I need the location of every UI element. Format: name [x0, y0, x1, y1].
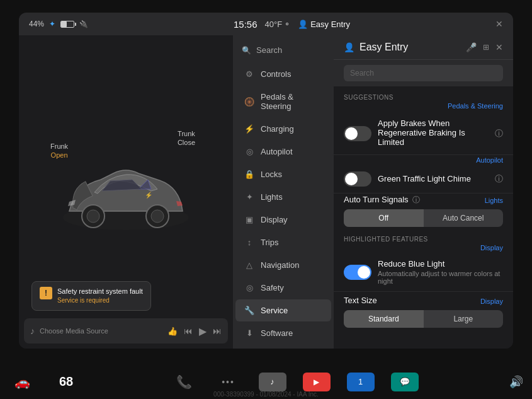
toggle-knob-4 [358, 266, 370, 279]
apply-brakes-label: Apply Brakes When Regenerative Braking I… [378, 119, 489, 147]
apply-brakes-row: Apply Brakes When Regenerative Braking I… [344, 119, 503, 148]
nav-item-trips[interactable]: ↕ Trips [235, 231, 331, 253]
battery-fill [61, 21, 67, 27]
play-icon[interactable]: ▶ [199, 325, 207, 337]
apply-brakes-toggle[interactable] [344, 126, 371, 141]
size-standard-button[interactable]: Standard [344, 310, 424, 328]
nav-item-display[interactable]: ▣ Display [235, 209, 331, 231]
status-left: 44% ✦ 🔌 [29, 20, 88, 28]
app-music-icon: ♪ [259, 373, 286, 391]
autopilot-label: Autopilot [261, 147, 293, 156]
nav-item-locks[interactable]: 🔒 Locks [235, 163, 331, 185]
car-button[interactable]: 🚗 [0, 364, 44, 399]
toggle-knob-1 [345, 127, 358, 140]
display-label: Display [261, 215, 288, 224]
volume-icon: 🔊 [509, 375, 523, 389]
frunk-status: Open [50, 151, 68, 159]
settings-search-area [334, 60, 513, 86]
main-content: Frunk Open Trunk Close [19, 35, 513, 349]
service-icon: 🔧 [244, 306, 254, 315]
close-settings-icon[interactable]: ✕ [495, 42, 503, 52]
search-icon: 🔍 [242, 46, 251, 55]
lights-label: Lights [261, 192, 283, 202]
plug-icon: 🔌 [79, 20, 88, 28]
close-icon[interactable]: ✕ [495, 19, 503, 29]
software-icon: ⬇ [244, 328, 254, 338]
display-link-2[interactable]: Display [480, 298, 503, 305]
reduce-blue-sublabel: Automatically adjust to warmer colors at… [378, 270, 503, 285]
nav-item-navigation[interactable]: △ Navigation [235, 254, 331, 276]
pedals-icon: 🛞 [244, 97, 254, 107]
car-panel: Frunk Open Trunk Close [19, 35, 233, 349]
text-size-group: Standard Large [344, 310, 503, 328]
nav-item-service[interactable]: 🔧 Service [235, 299, 331, 321]
autopilot-link[interactable]: Autopilot [476, 156, 503, 164]
pedals-steering-link[interactable]: Pedals & Steering [448, 102, 503, 110]
auto-turn-group: Off Auto Cancel [344, 209, 503, 227]
volume-button[interactable]: 🔊 [501, 364, 532, 399]
green-light-text: Green Traffic Light Chime [378, 174, 489, 185]
nav-item-controls[interactable]: ⚙ Controls [235, 63, 331, 85]
app3-button[interactable]: 1 [345, 364, 376, 399]
text-size-label: Text Size [344, 296, 377, 305]
reduce-blue-toggle[interactable] [344, 265, 371, 280]
mic-icon[interactable]: 🎤 [466, 42, 477, 52]
lights-icon: ✦ [244, 192, 254, 202]
turn-off-button[interactable]: Off [344, 209, 424, 227]
status-right: ✕ [495, 19, 503, 29]
media-bar: ♪ Choose Media Source 👍 ⏮ ▶ ⏭ [24, 318, 228, 344]
autopilot-icon: ◎ [244, 147, 254, 156]
fault-text: Safety restraint system fault Service is… [57, 287, 143, 305]
nav-item-autopilot[interactable]: ◎ Autopilot [235, 141, 331, 163]
auto-turn-label: Auto Turn Signals [344, 195, 409, 204]
screen: 44% ✦ 🔌 15:56 40°F ⚬ 👤 Easy Entry ✕ [19, 13, 513, 349]
nav-item-software[interactable]: ⬇ Software [235, 322, 331, 344]
turn-auto-cancel-button[interactable]: Auto Cancel [424, 209, 504, 227]
info-icon-3[interactable]: ⓘ [412, 195, 420, 205]
trunk-status: Close [178, 138, 195, 147]
nav-item-charging[interactable]: ⚡ Charging [235, 118, 331, 140]
nav-search: 🔍 Search [233, 40, 334, 62]
nav-item-upgrades[interactable]: 🔒 Upgrades [235, 345, 331, 349]
prev-track-icon[interactable]: ⏮ [184, 326, 193, 336]
settings-header-actions: 🎤 ⊞ ✕ [466, 42, 503, 52]
lights-link[interactable]: Lights [485, 197, 503, 204]
frunk-title: Frunk [50, 142, 68, 151]
trunk-label: Trunk Close [178, 129, 195, 147]
apply-brakes-item: Apply Brakes When Regenerative Braking I… [334, 112, 513, 155]
status-center: 15:56 40°F ⚬ 👤 Easy Entry [234, 19, 350, 30]
reduce-blue-row: Reduce Blue Light Automatically adjust t… [344, 259, 503, 285]
nav-item-pedals[interactable]: 🛞 Pedals & Steering [235, 86, 331, 117]
media-source-label: Choose Media Source [40, 327, 162, 335]
trips-icon: ↕ [244, 238, 254, 247]
easy-entry-button[interactable]: 👤 Easy Entry [298, 20, 350, 29]
status-bar: 44% ✦ 🔌 15:56 40°F ⚬ 👤 Easy Entry ✕ [19, 13, 513, 35]
navigation-label: Navigation [261, 260, 299, 270]
settings-content: SUGGESTIONS Pedals & Steering Apply Brak… [334, 86, 513, 349]
app-teal-icon: 💬 [391, 373, 419, 391]
temperature: 40°F ⚬ [265, 20, 291, 29]
settings-icon[interactable]: ⊞ [483, 43, 489, 52]
svg-point-4 [151, 210, 164, 223]
phone-button[interactable]: 📞 [169, 364, 200, 399]
app-red-icon: ▶ [303, 373, 331, 391]
green-light-row: Green Traffic Light Chime ⓘ [344, 171, 503, 187]
size-large-button[interactable]: Large [424, 310, 504, 328]
info-icon-1[interactable]: ⓘ [495, 128, 503, 139]
nav-item-safety[interactable]: ◎ Safety [235, 277, 331, 299]
reduce-blue-label: Reduce Blue Light [378, 259, 503, 269]
info-icon-2[interactable]: ⓘ [495, 173, 503, 185]
settings-search-input[interactable] [344, 65, 503, 81]
green-light-toggle[interactable] [344, 171, 371, 187]
app4-button[interactable]: 💬 [389, 364, 421, 399]
green-light-label: Green Traffic Light Chime [378, 174, 489, 183]
green-light-item: Green Traffic Light Chime ⓘ [334, 165, 513, 194]
app-blue-icon: 1 [347, 373, 375, 391]
nav-item-lights[interactable]: ✦ Lights [235, 186, 331, 208]
battery-percent: 44% [29, 20, 44, 28]
thumbs-up-icon[interactable]: 👍 [167, 327, 178, 336]
next-track-icon[interactable]: ⏭ [213, 326, 222, 336]
display-link[interactable]: Display [480, 244, 503, 252]
section-highlighted-label: HIGHLIGHTED FEATURES [344, 236, 428, 243]
locks-icon: 🔒 [244, 170, 254, 179]
